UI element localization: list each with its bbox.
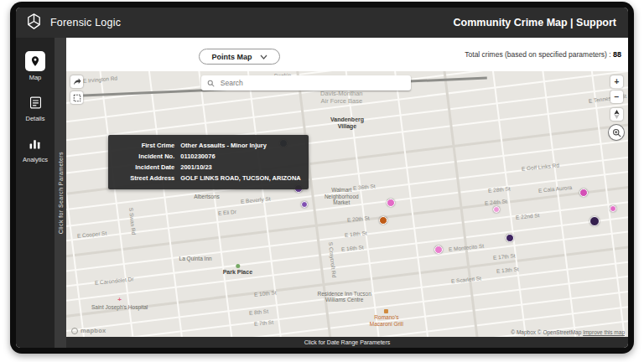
map-type-label: Points Map — [211, 53, 252, 61]
tooltip-row: Incident No.0110230076 — [116, 151, 300, 162]
crime-point[interactable] — [387, 199, 395, 207]
details-list-icon — [25, 92, 45, 112]
crime-point[interactable] — [434, 246, 443, 254]
sidebar-item-details[interactable]: Details — [25, 92, 45, 122]
food-icon — [384, 309, 388, 313]
sidebar-item-label: Analytics — [23, 156, 48, 163]
crime-point[interactable] — [379, 216, 387, 225]
map-attribution: © Mapbox © OpenStreetMap Improve this ma… — [511, 329, 625, 335]
mapbox-logo[interactable]: mapbox — [71, 327, 106, 334]
mapbox-icon — [71, 328, 78, 334]
analytics-chart-icon — [25, 133, 45, 153]
map-label: +Saint Joseph's Hospital — [91, 297, 148, 311]
screenshot-stage: Forensic Logic Community Crime Map | Sup… — [0, 0, 644, 362]
map-extent-tool-button[interactable] — [70, 91, 83, 104]
total-crimes-value: 88 — [613, 50, 621, 59]
map-toolbar: Points Map Total crimes (based on specif… — [66, 38, 628, 71]
tooltip-row: First CrimeOther Assaults - Minor Injury — [116, 140, 300, 151]
app-body: Map Details — [16, 38, 628, 348]
main-panel: Points Map Total crimes (based on specif… — [66, 38, 628, 348]
map-label: Vandenberg Village — [330, 116, 364, 131]
map-label: Walmart Neighborhood Market — [325, 187, 359, 206]
crime-point[interactable] — [589, 216, 600, 226]
total-crimes: Total crimes (based on specified paramet… — [465, 50, 628, 59]
tooltip-row: Incident Date2001/10/23 — [116, 162, 300, 173]
map-canvas[interactable]: RankinE Irvington RdDavis-Monthan Air Fo… — [66, 71, 628, 337]
zoom-box-magnifier-button[interactable] — [609, 125, 624, 140]
tooltip-row: Street AddressGOLF LINKS ROAD, TUCSON, A… — [116, 173, 300, 184]
zoom-out-button[interactable]: − — [610, 90, 623, 103]
tree-icon — [236, 264, 240, 268]
crime-point[interactable] — [493, 206, 500, 213]
sidebar-item-label: Details — [26, 115, 45, 122]
brand-name: Forensic Logic — [50, 17, 121, 28]
map-search-bar — [201, 75, 411, 90]
crime-point[interactable] — [610, 205, 616, 212]
map-label: Romano's Macaroni Grill — [370, 309, 403, 328]
map-label: Residence Inn Tucson Williams Centre — [317, 291, 371, 304]
map-label: La Quinta Inn — [179, 256, 212, 262]
app-window: Forensic Logic Community Crime Map | Sup… — [10, 2, 634, 354]
crime-point[interactable] — [579, 189, 588, 197]
map-arrow-tool-button[interactable] — [70, 75, 83, 88]
search-parameters-strip-label: Click for Search Parameters — [58, 152, 64, 234]
forensic-logic-logo — [24, 12, 44, 34]
app-header: Forensic Logic Community Crime Map | Sup… — [16, 8, 628, 38]
search-parameters-strip[interactable]: Click for Search Parameters — [55, 38, 66, 348]
search-input[interactable] — [219, 78, 405, 88]
map-type-dropdown[interactable]: Points Map — [199, 49, 280, 65]
header-links[interactable]: Community Crime Map | Support — [454, 17, 616, 28]
map-label: Park Place — [223, 264, 252, 276]
sidebar-item-analytics[interactable]: Analytics — [23, 133, 48, 163]
improve-map-link[interactable]: Improve this map — [583, 329, 625, 335]
sidebar-item-label: Map — [29, 74, 42, 81]
chevron-down-icon — [260, 53, 267, 61]
date-range-bar-label: Click for Date Range Parameters — [304, 339, 391, 345]
community-crime-map-app: Forensic Logic Community Crime Map | Sup… — [16, 8, 628, 348]
date-range-bar[interactable]: Click for Date Range Parameters — [66, 337, 628, 348]
crime-point[interactable] — [301, 201, 308, 208]
crime-point[interactable] — [506, 234, 514, 242]
map-label: Davis-Monthan Air Force Base — [320, 90, 362, 105]
search-icon — [207, 75, 215, 90]
sidebar-item-map[interactable]: Map — [25, 51, 45, 81]
cross-icon: + — [117, 297, 122, 303]
crime-tooltip: First CrimeOther Assaults - Minor Injury… — [108, 135, 308, 189]
compass-button[interactable] — [610, 108, 623, 121]
map-pin-icon — [25, 51, 45, 71]
map-label: Albertsons — [194, 194, 220, 200]
brand: Forensic Logic — [24, 12, 121, 34]
zoom-in-button[interactable]: + — [610, 75, 623, 88]
sidebar: Map Details — [16, 38, 55, 348]
